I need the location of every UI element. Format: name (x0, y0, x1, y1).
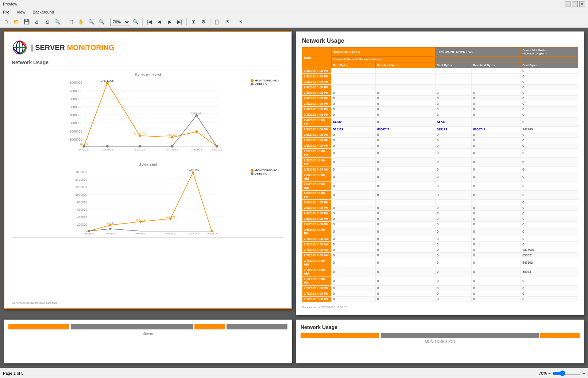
menu-view[interactable]: View (15, 9, 27, 15)
cell-date: 2/5/2022 8:00 PM (302, 138, 332, 143)
cell-recv: 0 (375, 267, 435, 276)
chart2-container: Bytes sent 1600000 1400000 1200000 10000… (12, 159, 284, 238)
svg-text:200000: 200000 (77, 223, 87, 226)
svg-text:600000: 600000 (77, 208, 87, 211)
cell-recv: 0 (375, 191, 435, 200)
cell-total-sent: 0 (435, 276, 472, 286)
cell-total-sent: 64732 (435, 118, 472, 127)
zoom-slider[interactable] (552, 370, 581, 376)
cell-sv-sent: 0 (521, 286, 578, 291)
cell-sv-sent: 0 (521, 74, 578, 79)
toolbar-select[interactable]: ⬚ (66, 18, 76, 26)
cell-recv: 0 (375, 112, 435, 118)
zoom-status: 70% − + (539, 370, 585, 376)
toolbar-preview[interactable]: 🔍 (53, 18, 62, 26)
svg-text:12,245: 12,245 (80, 142, 88, 145)
cell-recv (375, 74, 435, 79)
cell-recv: 0 (375, 211, 435, 216)
menu-file[interactable]: File (1, 9, 11, 15)
cell-sv-sent: 0 (521, 291, 578, 297)
cell-sent: 0 (332, 158, 376, 167)
table-row: 2/4/2022 10:00 PM 64732 0 64732 0 (302, 118, 578, 127)
cell-sent (332, 79, 376, 85)
toolbar-first-page[interactable]: |◀ (144, 18, 154, 26)
toolbar-close[interactable]: ✕ (236, 18, 245, 26)
cell-sv-sent: 0 (521, 96, 578, 101)
data-table: Date MONITORED-PC1 Total MONITORED-PC1 S… (302, 47, 578, 302)
svg-text:2/5/2022: 2/5/2022 (102, 148, 113, 151)
cell-sv-sent: 0 (521, 227, 578, 236)
toolbar-prev-page[interactable]: ◀ (155, 18, 164, 26)
minimize-button[interactable]: ─ (565, 1, 570, 7)
table-row: 2/6/2022 9:00 PM 0 0 0 0 0 (302, 222, 578, 227)
toolbar-print[interactable]: 🖨 (32, 18, 42, 26)
toolbar-copy[interactable]: 📋 (212, 18, 222, 26)
table-row: 2/4/2022 4:00 PM 0 (302, 85, 578, 90)
cell-total-recv: 0 (472, 276, 521, 286)
bottom-orange-bar (8, 324, 69, 329)
cell-sv-sent: 942248 (521, 127, 578, 132)
toolbar-last-page[interactable]: ▶| (175, 18, 185, 26)
cell-total-recv (472, 200, 521, 205)
toolbar-pan[interactable]: ✋ (76, 18, 86, 26)
legend2-item-monitored: MONITORED-PC1 (251, 169, 279, 172)
th-ms-hyperv: Microsoft Hyper-V Network Adapter (332, 57, 436, 62)
toolbar-save[interactable]: 💾 (22, 18, 31, 26)
maximize-button[interactable]: □ (572, 1, 578, 7)
toolbar-settings[interactable]: ⚙ (199, 18, 208, 26)
chart1-legend: MONITORED-PC1 Demo-PC (251, 79, 279, 85)
table-row: 2/6/2022 11:00 AM 0 0 0 0 0 (302, 182, 578, 191)
page4-title: Network Usage (301, 324, 580, 330)
cell-total-sent: 0 (435, 149, 472, 158)
cell-sent: 0 (332, 297, 376, 302)
toolbar-zoom-reset[interactable]: 🔍 (131, 18, 140, 26)
table-row: 2/7/2022 1:00 PM 0 0 0 0 0 (302, 286, 578, 291)
toolbar-layout[interactable]: ⊞ (189, 18, 198, 26)
toolbar-zoom-out[interactable]: 🔍 (86, 18, 96, 26)
cell-sv-sent: 647192 (521, 258, 578, 267)
cell-date: 2/4/2022 1:00 PM (302, 68, 332, 74)
cell-total-recv (472, 118, 521, 127)
svg-text:1000000: 1000000 (76, 193, 87, 196)
logo-area: | SERVER MONITORING (12, 39, 284, 56)
cell-total-recv: 0 (472, 227, 521, 236)
table-row: 2/4/2022 8:00 PM 0 0 0 0 0 (302, 107, 578, 112)
toolbar-next-page[interactable]: ▶ (165, 18, 174, 26)
close-button[interactable]: ✕ (579, 1, 585, 7)
svg-point-71 (109, 228, 112, 230)
cell-recv: 0 (375, 236, 435, 242)
zoom-value: 70% (539, 371, 547, 375)
cell-sv-sent: 0 (521, 112, 578, 118)
sep2 (108, 18, 108, 26)
zoom-plus[interactable]: + (583, 371, 585, 375)
svg-point-32 (171, 145, 174, 148)
cell-total-recv: 0 (472, 101, 521, 107)
toolbar-mail[interactable]: ✉ (223, 18, 232, 26)
cell-total-recv (472, 85, 521, 90)
table-row: 2/7/2022 2:00 PM 0 0 0 0 0 (302, 291, 578, 297)
zoom-minus[interactable]: − (548, 371, 550, 375)
svg-text:400000: 400000 (77, 216, 87, 219)
table-row: 2/7/2022 7:00 AM 0 0 0 0 0 (302, 242, 578, 247)
cell-sent: 0 (332, 236, 376, 242)
zoom-control: 50% 70% 100% 150% 200% (110, 18, 130, 26)
toolbar-new[interactable]: 🗋 (1, 18, 11, 26)
zoom-select[interactable]: 50% 70% 100% 150% 200% (110, 18, 130, 26)
cell-recv: 0 (375, 96, 435, 101)
toolbar-open[interactable]: 📂 (12, 18, 21, 26)
svg-text:7000000: 7000000 (70, 89, 82, 93)
logo-icon (12, 39, 28, 56)
cell-recv: 8860747 (375, 127, 435, 132)
toolbar-print2[interactable]: 🖨 (42, 18, 52, 26)
cell-sv-sent: 0 (521, 211, 578, 216)
toolbar-zoom-in[interactable]: 🔍 (97, 18, 106, 26)
cell-sent: 0 (332, 242, 376, 247)
cell-total-sent: 0 (435, 211, 472, 216)
cell-date: 2/6/2022 4:00 PM (302, 200, 332, 205)
cell-total-sent: 0 (435, 242, 472, 247)
cell-sent: 0 (332, 90, 376, 96)
cell-total-sent: 0 (435, 253, 472, 258)
cell-sv-sent: 0 (521, 191, 578, 200)
chart2-area: 1600000 1400000 1200000 1000000 800000 6… (15, 169, 281, 234)
menu-background[interactable]: Background (31, 9, 55, 15)
